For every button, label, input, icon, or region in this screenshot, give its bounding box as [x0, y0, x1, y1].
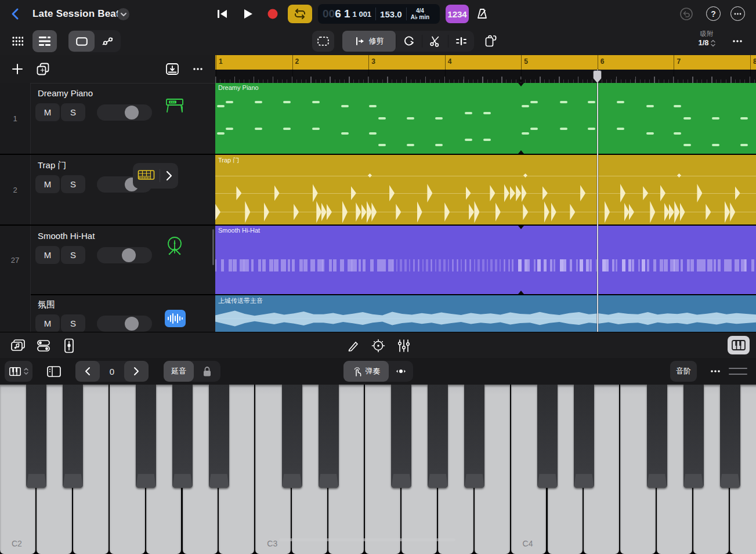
- instrument-icon-hihat[interactable]: [164, 235, 185, 258]
- piano-black-key[interactable]: [683, 385, 704, 488]
- cycle-range-bar[interactable]: 12345678: [215, 55, 756, 70]
- piano-black-key[interactable]: [136, 385, 156, 488]
- track-header-more-button[interactable]: [190, 61, 206, 77]
- regions-mode-button[interactable]: [68, 31, 95, 52]
- solo-button[interactable]: S: [61, 314, 85, 332]
- piano-black-key[interactable]: [720, 385, 740, 488]
- project-title-menu-button[interactable]: [117, 8, 129, 20]
- piano-black-key[interactable]: [574, 385, 594, 488]
- track-list-scrollbar[interactable]: [212, 229, 214, 265]
- toolbar-more-button[interactable]: [729, 34, 746, 49]
- go-to-beginning-button[interactable]: [214, 5, 231, 23]
- piano-black-key[interactable]: [428, 385, 448, 488]
- home-indicator[interactable]: [279, 538, 455, 541]
- browser-grid-view-button[interactable]: [6, 30, 29, 52]
- track-header-smooth-hihat[interactable]: 27 Smooth Hi-Hat M S: [0, 226, 215, 295]
- piano-black-key[interactable]: [391, 385, 411, 488]
- snap-control[interactable]: 吸附 1/8: [689, 30, 724, 54]
- trim-tool-button[interactable]: 修剪: [342, 31, 396, 52]
- top-more-button[interactable]: [730, 6, 745, 21]
- piano-black-key[interactable]: [464, 385, 484, 488]
- undo-button[interactable]: [679, 6, 694, 21]
- volume-slider[interactable]: [97, 316, 152, 332]
- track-header-trap[interactable]: 2 Trap 门 M S: [0, 155, 215, 226]
- region-trap[interactable]: Trap 门: [215, 155, 756, 226]
- keyboard-resize-handle[interactable]: [729, 368, 747, 375]
- octave-up-button[interactable]: [124, 361, 149, 382]
- split-tool-button[interactable]: [422, 31, 448, 52]
- track-header-ambience[interactable]: 氛围 M S: [0, 294, 215, 332]
- track-header-dreamy-piano[interactable]: 1 Dreamy Piano M S: [0, 83, 215, 155]
- lcd-divider: [406, 8, 407, 20]
- drum-transient: [620, 184, 625, 202]
- ruler-tick-area[interactable]: [215, 70, 756, 83]
- keyboard-panel-toggle[interactable]: [728, 336, 750, 354]
- piano-black-key[interactable]: [282, 385, 302, 488]
- channel-strip-icon: [64, 338, 74, 353]
- play-mode-button[interactable]: 弹奏: [343, 361, 389, 382]
- keyboard-more-button[interactable]: [707, 365, 724, 378]
- loop-tool-button[interactable]: [396, 31, 422, 52]
- cycle-button[interactable]: [288, 5, 312, 23]
- mixer-levels-button[interactable]: [395, 337, 413, 354]
- solo-button[interactable]: S: [61, 175, 85, 193]
- tracks-view-button[interactable]: [32, 30, 57, 52]
- sustain-button[interactable]: 延音: [164, 361, 194, 382]
- channel-strip-button[interactable]: [60, 337, 78, 354]
- scale-button[interactable]: 音阶: [670, 361, 697, 382]
- volume-knob[interactable]: [122, 248, 136, 262]
- lcd-display[interactable]: 006 11 001 153.0 4/4 A♭ min: [318, 4, 440, 24]
- region-dreamy-piano[interactable]: Dreamy Piano: [215, 83, 756, 155]
- count-in-button[interactable]: 1234: [446, 5, 469, 23]
- help-button[interactable]: ?: [706, 6, 721, 21]
- piano-black-key[interactable]: [319, 385, 339, 488]
- solo-button[interactable]: S: [61, 103, 85, 121]
- duplicate-track-button[interactable]: [35, 61, 51, 77]
- pencil-tool-button[interactable]: [345, 337, 362, 354]
- region-smooth-hihat[interactable]: Smooth Hi-Hat: [215, 226, 756, 295]
- keyboard-sidebar-toggle[interactable]: [44, 361, 64, 382]
- volume-slider[interactable]: [97, 104, 152, 121]
- instrument-icon-piano[interactable]: [164, 95, 185, 115]
- playhead-line[interactable]: [597, 70, 598, 332]
- loop-browser-button[interactable]: [9, 337, 27, 354]
- quantize-clock-button[interactable]: [370, 337, 387, 354]
- volume-slider[interactable]: [97, 247, 152, 263]
- midi-note: [465, 139, 472, 141]
- piano-black-key[interactable]: [647, 385, 667, 488]
- volume-knob[interactable]: [125, 317, 139, 331]
- play-button[interactable]: [239, 5, 256, 23]
- keyboard-type-selector[interactable]: [5, 361, 32, 382]
- record-button[interactable]: [264, 5, 281, 23]
- piano-black-key[interactable]: [172, 385, 193, 488]
- expand-track-stack-button[interactable]: [160, 165, 178, 186]
- piano-black-key[interactable]: [26, 385, 46, 488]
- add-track-button[interactable]: [9, 61, 26, 77]
- piano-black-key[interactable]: [63, 385, 83, 488]
- drum-transient: [327, 204, 332, 220]
- instrument-icon-drum-machine[interactable]: [133, 165, 160, 186]
- piano-black-key[interactable]: [537, 385, 558, 488]
- midi-bar-note: [329, 259, 332, 271]
- octave-down-button[interactable]: [75, 361, 100, 382]
- mute-button[interactable]: M: [35, 314, 60, 332]
- marquee-select-button[interactable]: [312, 31, 334, 52]
- mute-button[interactable]: M: [35, 103, 60, 121]
- mute-button[interactable]: M: [35, 175, 60, 193]
- piano-black-key[interactable]: [209, 385, 229, 488]
- paste-button[interactable]: [479, 31, 502, 52]
- mute-button[interactable]: M: [35, 246, 60, 264]
- solo-button[interactable]: S: [61, 246, 85, 264]
- automation-mode-button[interactable]: [95, 31, 121, 52]
- gain-tool-button[interactable]: [448, 31, 474, 52]
- scroll-mode-button[interactable]: [389, 361, 413, 382]
- volume-knob[interactable]: [125, 106, 139, 120]
- import-button[interactable]: [164, 61, 180, 77]
- metronome-button[interactable]: [474, 6, 490, 22]
- sustain-lock-button[interactable]: [194, 361, 220, 382]
- audio-track-icon[interactable]: [165, 309, 186, 328]
- back-button[interactable]: [8, 6, 23, 21]
- smart-controls-button[interactable]: [35, 337, 52, 354]
- region-ambience-audio[interactable]: 上城传送带主音: [215, 295, 756, 332]
- drum-transient: [313, 184, 318, 202]
